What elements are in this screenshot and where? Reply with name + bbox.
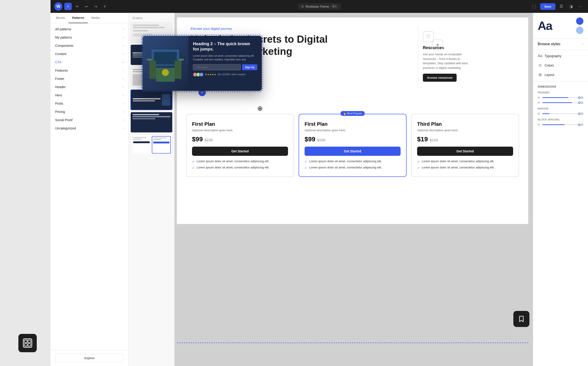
plan-2-price-main: $99 bbox=[305, 136, 315, 143]
plan-3-price: $19 $119 bbox=[417, 136, 513, 143]
chevron-right-icon: › bbox=[123, 102, 124, 105]
popular-badge: 🔥 Most Popular bbox=[340, 111, 365, 116]
sidebar-footer: Explore bbox=[51, 350, 128, 366]
cta-modal-form: Sign Up bbox=[193, 64, 257, 70]
plan-3-get-started-button[interactable]: Get Started bbox=[417, 147, 513, 156]
keyboard-shortcut: ⌘K bbox=[331, 5, 338, 8]
sidebar-toggle-button[interactable]: ☰ bbox=[558, 3, 565, 10]
plan-3-description: Optional description goes here. bbox=[417, 129, 513, 132]
dimensions-title: Dimensions bbox=[538, 85, 583, 88]
save-button[interactable]: Save bbox=[540, 3, 555, 10]
padding-icon-2: ⊟ bbox=[538, 101, 541, 104]
typography-preview-aa: Aa bbox=[538, 19, 552, 33]
toolbar-right: ⬚ Save ☰ ◑ ⋯ bbox=[531, 3, 584, 10]
sidebar-item-pricing[interactable]: Pricing › bbox=[51, 108, 128, 116]
check-icon: ✓ bbox=[305, 166, 307, 170]
sidebar-item-content[interactable]: Content › bbox=[51, 50, 128, 58]
cta-submit-button[interactable]: Sign Up bbox=[242, 64, 257, 70]
sidebar-item-components[interactable]: Components › bbox=[51, 42, 128, 50]
undo-button[interactable]: ↩ bbox=[83, 3, 90, 10]
pattern-thumbnail-4[interactable] bbox=[130, 90, 172, 110]
cta-social-proof: ★ ★ ★ ★ ★ Join 20,000+ other creators bbox=[193, 73, 257, 77]
block-spacing-adjust[interactable]: ⊞ bbox=[581, 123, 583, 126]
cta-modal-content: Heading 2 – The quick brown fox jumps. L… bbox=[142, 36, 262, 91]
edit-button[interactable]: ✏ bbox=[73, 3, 81, 10]
plan-2-feature-1: ✓ Lorem ipsum dolor sit amet, consectetu… bbox=[305, 160, 400, 163]
padding-thumb-2[interactable] bbox=[578, 102, 580, 104]
check-icon: ✓ bbox=[192, 160, 195, 163]
more-options-button[interactable]: ⋯ bbox=[577, 3, 584, 10]
patterns-list: All patterns › My patterns › Components … bbox=[51, 23, 128, 350]
typography-item[interactable]: Aa Typography bbox=[533, 51, 588, 61]
add-block-button[interactable]: + bbox=[64, 3, 72, 10]
drag-cursor-icon: ⊕ bbox=[257, 105, 263, 112]
toolbar: W + ✏ ↩ ↪ ≡ ⊞ Rockbase Theme ⌘K ⬚ Save ☰… bbox=[51, 0, 588, 13]
pattern-thumbnail-5[interactable] bbox=[130, 112, 172, 133]
cta-email-input[interactable] bbox=[193, 64, 241, 70]
margin-adjust[interactable]: ⊞ bbox=[581, 112, 583, 115]
sidebar-item-all-patterns[interactable]: All patterns › bbox=[51, 25, 128, 33]
insert-pattern-icon bbox=[23, 338, 32, 348]
sidebar-item-cta[interactable]: CTA › bbox=[51, 58, 128, 66]
sidebar-item-my-patterns[interactable]: My patterns › bbox=[51, 33, 128, 42]
sidebar-item-footer[interactable]: Footer › bbox=[51, 75, 128, 83]
padding-slider-1[interactable] bbox=[542, 97, 579, 98]
file-icon: ⊞ bbox=[301, 5, 304, 8]
chevron-right-icon: › bbox=[123, 44, 124, 47]
plan-1-price-main: $99 bbox=[192, 136, 203, 143]
browse-styles-item[interactable]: Browse styles › bbox=[533, 39, 588, 50]
padding-fill-2 bbox=[542, 102, 572, 103]
margin-fill bbox=[542, 113, 550, 114]
tab-patterns[interactable]: Patterns bbox=[69, 13, 88, 23]
style-colors bbox=[576, 17, 583, 34]
svg-rect-9 bbox=[24, 343, 27, 346]
cta-modal[interactable]: Heading 2 – The quick brown fox jumps. L… bbox=[142, 36, 262, 91]
access-resources-button[interactable]: Access resources bbox=[423, 74, 457, 82]
redo-button[interactable]: ↪ bbox=[92, 3, 99, 10]
explore-button[interactable]: Explore bbox=[55, 354, 124, 362]
margin-thumb[interactable] bbox=[578, 113, 580, 115]
tab-media[interactable]: Media bbox=[88, 13, 103, 23]
plan-2-features: ✓ Lorem ipsum dolor sit amet, consectetu… bbox=[305, 160, 400, 170]
svg-rect-8 bbox=[28, 340, 31, 343]
padding-slider-2[interactable] bbox=[542, 102, 579, 103]
sidebar-item-social-proof[interactable]: Social Proof › bbox=[51, 116, 128, 124]
view-button[interactable]: ⬚ bbox=[531, 3, 538, 10]
sidebar-item-features[interactable]: Features › bbox=[51, 66, 128, 75]
plan-1-price-original: $199 bbox=[205, 138, 213, 142]
block-spacing-thumb[interactable] bbox=[578, 124, 580, 126]
plan-1-get-started-button[interactable]: Get Started bbox=[192, 147, 288, 156]
cta-modal-image bbox=[142, 36, 188, 91]
sidebar-item-uncategorized[interactable]: Uncategorized › bbox=[51, 124, 128, 132]
layout-item[interactable]: ⊞ Layout bbox=[533, 70, 588, 79]
contrast-button[interactable]: ◑ bbox=[567, 3, 575, 10]
list-view-button[interactable]: ≡ bbox=[101, 3, 108, 10]
margin-slider[interactable] bbox=[542, 113, 579, 114]
file-info[interactable]: ⊞ Rockbase Theme ⌘K bbox=[298, 3, 341, 10]
cta-avatars bbox=[193, 73, 204, 77]
floating-action-button[interactable] bbox=[18, 334, 37, 352]
pricing-card-3: Third Plan Optional description goes her… bbox=[411, 114, 519, 177]
padding-adjust-1[interactable]: ⊞ bbox=[581, 96, 583, 99]
layout-label: Layout bbox=[545, 73, 554, 77]
pattern-thumbnail-6[interactable] bbox=[130, 135, 172, 155]
floating-insert-button[interactable] bbox=[513, 311, 529, 327]
cta-modal-title: Heading 2 – The quick brown fox jumps. bbox=[193, 41, 257, 52]
patterns-sidebar: Blocks Patterns Media All patterns › My … bbox=[51, 13, 129, 366]
padding-adjust-2[interactable]: ⊞ bbox=[581, 101, 583, 104]
sidebar-item-posts[interactable]: Posts › bbox=[51, 99, 128, 108]
tab-blocks[interactable]: Blocks bbox=[52, 13, 69, 23]
plan-2-get-started-button[interactable]: Get Started bbox=[305, 147, 400, 156]
wordpress-logo[interactable]: W bbox=[54, 2, 63, 11]
padding-thumb-1[interactable] bbox=[578, 97, 580, 99]
colors-item[interactable]: ⊙ Colors bbox=[533, 61, 588, 70]
block-spacing-slider[interactable] bbox=[542, 124, 579, 125]
svg-point-6 bbox=[162, 69, 169, 76]
sidebar-item-hero[interactable]: Hero › bbox=[51, 91, 128, 99]
sidebar-item-header[interactable]: Header › bbox=[51, 83, 128, 91]
bookmark-icon bbox=[518, 315, 525, 323]
padding-row-2: ⊟ ⊞ bbox=[538, 101, 583, 104]
margin-group-title: MARGIN bbox=[538, 107, 583, 110]
primary-color-dot bbox=[576, 17, 583, 25]
pricing-section: First Plan Optional description goes her… bbox=[177, 105, 528, 186]
